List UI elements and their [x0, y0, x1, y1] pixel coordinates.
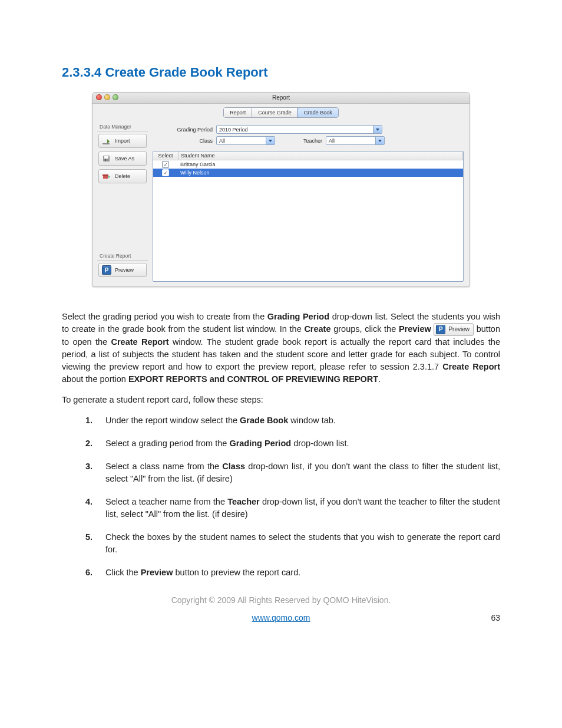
save-as-button[interactable]: Save As [98, 151, 147, 166]
preview-inline-button[interactable]: P Preview [434, 323, 474, 336]
step-5: Check the boxes by the student names to … [95, 531, 500, 556]
checkbox-icon[interactable]: ✓ [162, 169, 169, 176]
report-window: Report Report Course Grade Grade Book Da… [92, 92, 470, 287]
sidebar: Data Manager Import Save As [97, 123, 151, 282]
preview-icon: P [436, 325, 445, 334]
save-icon [101, 154, 112, 163]
student-name-cell: Brittany Garcia [178, 162, 463, 167]
delete-icon [101, 172, 112, 180]
class-dropdown[interactable]: All [216, 136, 275, 145]
delete-label: Delete [115, 173, 130, 179]
minimize-icon[interactable] [104, 94, 110, 100]
window-titlebar: Report [92, 93, 470, 104]
window-title: Report [272, 94, 290, 101]
step-3: Select a class name from the Class drop-… [95, 460, 500, 485]
preview-button[interactable]: P Preview [98, 263, 147, 277]
import-label: Import [115, 138, 130, 144]
save-as-label: Save As [115, 156, 134, 162]
student-table: Select Student Name ✓ Brittany Garcia ✓ … [153, 151, 464, 282]
paragraph-2: To generate a student report card, follo… [62, 394, 500, 406]
preview-inline-label: Preview [448, 325, 470, 334]
class-label: Class [154, 138, 216, 144]
teacher-label: Teacher [275, 138, 326, 144]
svg-rect-2 [104, 156, 108, 159]
svg-rect-4 [103, 176, 108, 179]
tab-grade-book[interactable]: Grade Book [297, 107, 339, 118]
delete-button[interactable]: Delete [98, 169, 147, 183]
class-value: All [219, 138, 225, 144]
step-6: Click the Preview button to preview the … [95, 566, 500, 579]
sidebar-group-data-manager: Data Manager [97, 123, 148, 131]
tab-bar: Report Course Grade Grade Book [92, 106, 470, 123]
import-icon [101, 137, 112, 145]
chevron-down-icon [266, 137, 275, 144]
column-select: Select [153, 151, 178, 160]
grading-period-label: Grading Period [154, 127, 216, 133]
preview-label: Preview [115, 267, 134, 273]
section-heading: 2.3.3.4 Create Grade Book Report [62, 65, 500, 80]
step-2: Select a grading period from the Grading… [95, 437, 500, 450]
close-icon[interactable] [96, 94, 102, 100]
svg-rect-0 [103, 143, 110, 144]
step-1: Under the report window select the Grade… [95, 414, 500, 427]
tab-report[interactable]: Report [224, 108, 252, 117]
student-name-cell: Willy Nelson [178, 170, 463, 176]
zoom-icon[interactable] [113, 94, 118, 100]
step-4: Select a teacher name from the Teacher d… [95, 496, 500, 521]
chevron-down-icon [375, 137, 384, 144]
table-row[interactable]: ✓ Brittany Garcia [153, 160, 463, 169]
sidebar-group-create-report: Create Report [97, 252, 148, 261]
chevron-down-icon [373, 126, 382, 133]
steps-list: Under the report window select the Grade… [62, 414, 500, 579]
import-button[interactable]: Import [98, 134, 147, 148]
svg-rect-3 [105, 159, 106, 161]
preview-icon: P [101, 265, 112, 275]
column-student-name: Student Name [178, 151, 463, 160]
grading-period-value: 2010 Period [219, 127, 248, 133]
paragraph-1: Select the grading period you wish to cr… [62, 311, 500, 386]
page-number: 63 [491, 613, 500, 622]
copyright-text: Copyright © 2009 All Rights Reserved by … [62, 595, 500, 605]
tab-course-grade[interactable]: Course Grade [252, 108, 298, 117]
grading-period-dropdown[interactable]: 2010 Period [216, 125, 382, 134]
table-row[interactable]: ✓ Willy Nelson [153, 169, 463, 177]
checkbox-icon[interactable]: ✓ [162, 161, 169, 168]
teacher-dropdown[interactable]: All [326, 136, 385, 145]
svg-rect-5 [103, 174, 108, 176]
footer-link[interactable]: www.qomo.com [252, 613, 310, 622]
teacher-value: All [329, 138, 335, 144]
